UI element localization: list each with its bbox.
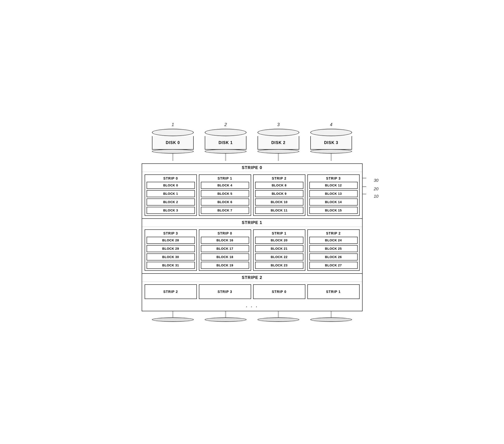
disk-2-top [257, 129, 299, 136]
s0-strip1-block0: BLOCK 4 [201, 182, 249, 189]
s0-strip0-block1: BLOCK 1 [146, 190, 195, 197]
disk-0-label: DISK 0 [152, 136, 194, 150]
s1-strip3-block1: BLOCK 25 [309, 245, 358, 252]
disk-0-bottom-cap [152, 317, 194, 322]
ref-numbers-row: 1 2 3 4 [142, 122, 363, 127]
stripe0-strip-3: STRIP 3 BLOCK 12 BLOCK 13 BLOCK 14 BLOCK… [307, 174, 360, 216]
ref-bracket-lines [363, 176, 380, 205]
stripe-0-strips: STRIP 0 BLOCK 0 BLOCK 1 BLOCK 2 BLOCK 3 … [142, 172, 362, 218]
disk-0-pipe [172, 154, 173, 161]
bottom-pipes-row [142, 311, 363, 322]
disk-0: DISK 0 [151, 129, 195, 161]
s0-strip2-block2: BLOCK 10 [255, 198, 304, 205]
disk-2-bottom [256, 311, 301, 322]
stripe1-strip-0: STRIP 3 BLOCK 28 BLOCK 29 BLOCK 30 BLOCK… [144, 229, 197, 271]
disk-1-bottom-pipe [225, 311, 226, 317]
s0-strip3-block1: BLOCK 13 [309, 190, 358, 197]
s1-strip1-block1: BLOCK 17 [201, 245, 249, 252]
s0-strip1-block3: BLOCK 7 [201, 207, 249, 214]
disk-1-bottom-cap [205, 317, 247, 322]
disk-2: DISK 2 [256, 129, 301, 161]
disk-3-pipe [331, 154, 332, 161]
stripe0-strip3-label: STRIP 3 [309, 176, 358, 180]
s1-strip2-block3: BLOCK 23 [255, 262, 304, 269]
s0-strip3-block2: BLOCK 14 [309, 198, 358, 205]
s0-strip2-block3: BLOCK 11 [255, 207, 304, 214]
disk-3-label: DISK 3 [310, 136, 352, 150]
stripe-1-label: STRIPE 1 [142, 219, 362, 227]
main-area: STRIPE 0 STRIP 0 BLOCK 0 BLOCK 1 BLOCK 2… [142, 163, 363, 311]
s1-strip1-block0: BLOCK 16 [201, 237, 249, 244]
s0-strip3-block3: BLOCK 15 [309, 207, 358, 214]
continuation-dots: · · · [142, 302, 362, 311]
ref-2: 2 [201, 122, 250, 127]
ref-1: 1 [148, 122, 197, 127]
disk-3-bottom-pipe [331, 311, 332, 317]
stripe1-strip0-label: STRIP 3 [146, 231, 195, 235]
s1-strip0-block1: BLOCK 29 [146, 245, 195, 252]
ref-4: 4 [307, 122, 356, 127]
disks-row: DISK 0 DISK 1 DISK 2 DISK 3 [142, 129, 363, 161]
stripe1-strip-2: STRIP 1 BLOCK 20 BLOCK 21 BLOCK 22 BLOCK… [253, 229, 306, 271]
stripe-0-label: STRIPE 0 [142, 164, 362, 172]
stripe0-strip2-label: STRIP 2 [255, 176, 304, 180]
s1-strip2-block1: BLOCK 21 [255, 245, 304, 252]
s0-strip0-block2: BLOCK 2 [146, 198, 195, 205]
disk-0-top [152, 129, 194, 136]
s0-strip1-block2: BLOCK 6 [201, 198, 249, 205]
stripe-1-section: STRIPE 1 STRIP 3 BLOCK 28 BLOCK 29 BLOCK… [142, 219, 362, 274]
s1-strip0-block0: BLOCK 28 [146, 237, 195, 244]
stripe-1-strips: STRIP 3 BLOCK 28 BLOCK 29 BLOCK 30 BLOCK… [142, 227, 362, 273]
stripe2-strip-0: STRIP 2 [144, 284, 197, 299]
disk-3-top [310, 129, 352, 136]
stripe2-strip-2: STRIP 0 [253, 284, 306, 299]
stripe1-strip3-label: STRIP 2 [309, 231, 358, 235]
stripe2-strip-3: STRIP 1 [307, 284, 360, 299]
stripe0-strip-2: STRIP 2 BLOCK 8 BLOCK 9 BLOCK 10 BLOCK 1… [253, 174, 306, 216]
s0-strip0-block3: BLOCK 3 [146, 207, 195, 214]
s1-strip3-block3: BLOCK 27 [309, 262, 358, 269]
stripe-2-label: STRIPE 2 [142, 274, 362, 282]
stripe0-strip-1: STRIP 1 BLOCK 4 BLOCK 5 BLOCK 6 BLOCK 7 [199, 174, 251, 216]
ref-3: 3 [254, 122, 303, 127]
disk-3-bottom [309, 311, 353, 322]
disk-1: DISK 1 [203, 129, 248, 161]
disk-1-cap [205, 149, 247, 154]
disk-0-cap [152, 149, 194, 154]
disk-2-bottom-cap [257, 317, 299, 322]
s1-strip0-block3: BLOCK 31 [146, 262, 195, 269]
disk-2-pipe [278, 154, 279, 161]
disk-2-label: DISK 2 [257, 136, 299, 150]
disk-0-bottom [151, 311, 195, 322]
disk-1-top [205, 129, 247, 136]
s0-strip2-block1: BLOCK 9 [255, 190, 304, 197]
stripe2-strip-1: STRIP 3 [199, 284, 251, 299]
s0-strip3-block0: BLOCK 12 [309, 182, 358, 189]
stripe1-strip-3: STRIP 2 BLOCK 24 BLOCK 25 BLOCK 26 BLOCK… [307, 229, 360, 271]
stripe1-strip1-label: STRIP 0 [201, 231, 249, 235]
diagram-container: 1 2 3 4 DISK 0 DISK 1 DISK 2 DISK 3 [142, 122, 363, 322]
disk-0-bottom-pipe [172, 311, 173, 317]
s1-strip1-block3: BLOCK 19 [201, 262, 249, 269]
s0-strip1-block1: BLOCK 5 [201, 190, 249, 197]
disk-3: DISK 3 [309, 129, 353, 161]
s0-strip2-block0: BLOCK 8 [255, 182, 304, 189]
stripe0-strip-0: STRIP 0 BLOCK 0 BLOCK 1 BLOCK 2 BLOCK 3 [144, 174, 197, 216]
stripe0-strip1-label: STRIP 1 [201, 176, 249, 180]
s1-strip2-block2: BLOCK 22 [255, 253, 304, 260]
disk-2-cap [257, 149, 299, 154]
stripe1-strip-1: STRIP 0 BLOCK 16 BLOCK 17 BLOCK 18 BLOCK… [199, 229, 251, 271]
s1-strip1-block2: BLOCK 18 [201, 253, 249, 260]
disk-1-label: DISK 1 [205, 136, 247, 150]
s1-strip3-block2: BLOCK 26 [309, 253, 358, 260]
stripe-2-section: STRIPE 2 STRIP 2 STRIP 3 STRIP 0 STRIP 1… [142, 274, 362, 311]
stripe-2-strips: STRIP 2 STRIP 3 STRIP 0 STRIP 1 [142, 282, 362, 302]
stripe1-strip2-label: STRIP 1 [255, 231, 304, 235]
s0-strip0-block0: BLOCK 0 [146, 182, 195, 189]
disk-3-cap [310, 149, 352, 154]
stripe-0-section: STRIPE 0 STRIP 0 BLOCK 0 BLOCK 1 BLOCK 2… [142, 164, 362, 219]
s1-strip2-block0: BLOCK 20 [255, 237, 304, 244]
disk-1-bottom [203, 311, 248, 322]
s1-strip0-block2: BLOCK 30 [146, 253, 195, 260]
s1-strip3-block0: BLOCK 24 [309, 237, 358, 244]
